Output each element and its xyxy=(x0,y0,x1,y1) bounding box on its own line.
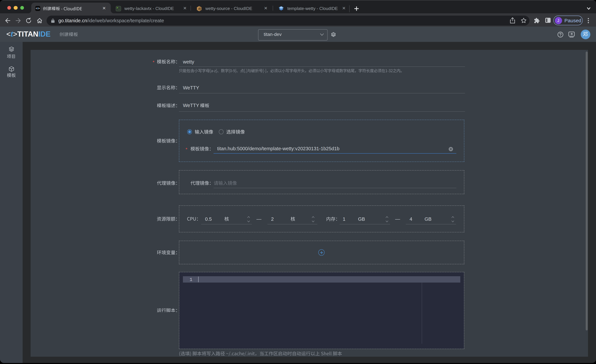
svg-text:JS: JS xyxy=(198,7,201,10)
svg-text:<>: <> xyxy=(280,7,282,8)
